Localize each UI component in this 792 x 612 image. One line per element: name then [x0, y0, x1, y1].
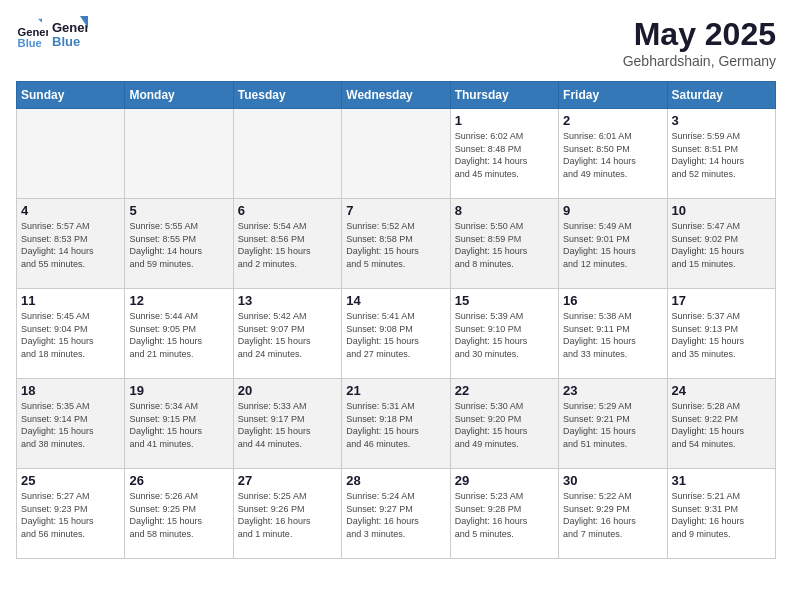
calendar-day-cell: 23Sunrise: 5:29 AM Sunset: 9:21 PM Dayli… [559, 379, 667, 469]
day-info: Sunrise: 5:42 AM Sunset: 9:07 PM Dayligh… [238, 310, 337, 360]
day-header-saturday: Saturday [667, 82, 775, 109]
day-number: 1 [455, 113, 554, 128]
calendar-day-cell: 27Sunrise: 5:25 AM Sunset: 9:26 PM Dayli… [233, 469, 341, 559]
day-info: Sunrise: 5:44 AM Sunset: 9:05 PM Dayligh… [129, 310, 228, 360]
day-info: Sunrise: 5:25 AM Sunset: 9:26 PM Dayligh… [238, 490, 337, 540]
day-info: Sunrise: 5:37 AM Sunset: 9:13 PM Dayligh… [672, 310, 771, 360]
calendar-day-cell: 5Sunrise: 5:55 AM Sunset: 8:55 PM Daylig… [125, 199, 233, 289]
day-info: Sunrise: 5:22 AM Sunset: 9:29 PM Dayligh… [563, 490, 662, 540]
day-number: 25 [21, 473, 120, 488]
day-number: 4 [21, 203, 120, 218]
calendar-day-cell [17, 109, 125, 199]
day-number: 7 [346, 203, 445, 218]
day-number: 29 [455, 473, 554, 488]
day-number: 22 [455, 383, 554, 398]
location-subtitle: Gebhardshain, Germany [623, 53, 776, 69]
day-number: 28 [346, 473, 445, 488]
calendar-day-cell: 6Sunrise: 5:54 AM Sunset: 8:56 PM Daylig… [233, 199, 341, 289]
calendar-day-cell: 3Sunrise: 5:59 AM Sunset: 8:51 PM Daylig… [667, 109, 775, 199]
calendar-header-row: SundayMondayTuesdayWednesdayThursdayFrid… [17, 82, 776, 109]
day-number: 31 [672, 473, 771, 488]
calendar-day-cell: 2Sunrise: 6:01 AM Sunset: 8:50 PM Daylig… [559, 109, 667, 199]
day-number: 16 [563, 293, 662, 308]
svg-text:Blue: Blue [52, 34, 80, 49]
day-number: 3 [672, 113, 771, 128]
calendar-day-cell: 1Sunrise: 6:02 AM Sunset: 8:48 PM Daylig… [450, 109, 558, 199]
calendar-day-cell: 17Sunrise: 5:37 AM Sunset: 9:13 PM Dayli… [667, 289, 775, 379]
calendar-day-cell [233, 109, 341, 199]
calendar-day-cell: 28Sunrise: 5:24 AM Sunset: 9:27 PM Dayli… [342, 469, 450, 559]
calendar-day-cell: 18Sunrise: 5:35 AM Sunset: 9:14 PM Dayli… [17, 379, 125, 469]
day-number: 2 [563, 113, 662, 128]
day-info: Sunrise: 5:27 AM Sunset: 9:23 PM Dayligh… [21, 490, 120, 540]
svg-text:General: General [18, 26, 48, 38]
day-info: Sunrise: 5:49 AM Sunset: 9:01 PM Dayligh… [563, 220, 662, 270]
title-block: May 2025 Gebhardshain, Germany [623, 16, 776, 69]
day-info: Sunrise: 5:55 AM Sunset: 8:55 PM Dayligh… [129, 220, 228, 270]
calendar-day-cell: 10Sunrise: 5:47 AM Sunset: 9:02 PM Dayli… [667, 199, 775, 289]
day-info: Sunrise: 5:38 AM Sunset: 9:11 PM Dayligh… [563, 310, 662, 360]
day-info: Sunrise: 5:57 AM Sunset: 8:53 PM Dayligh… [21, 220, 120, 270]
day-info: Sunrise: 5:31 AM Sunset: 9:18 PM Dayligh… [346, 400, 445, 450]
calendar-day-cell [125, 109, 233, 199]
calendar-day-cell: 13Sunrise: 5:42 AM Sunset: 9:07 PM Dayli… [233, 289, 341, 379]
calendar-table: SundayMondayTuesdayWednesdayThursdayFrid… [16, 81, 776, 559]
calendar-day-cell: 16Sunrise: 5:38 AM Sunset: 9:11 PM Dayli… [559, 289, 667, 379]
day-number: 21 [346, 383, 445, 398]
day-number: 9 [563, 203, 662, 218]
day-info: Sunrise: 5:30 AM Sunset: 9:20 PM Dayligh… [455, 400, 554, 450]
day-header-friday: Friday [559, 82, 667, 109]
day-number: 18 [21, 383, 120, 398]
day-info: Sunrise: 5:26 AM Sunset: 9:25 PM Dayligh… [129, 490, 228, 540]
calendar-day-cell: 20Sunrise: 5:33 AM Sunset: 9:17 PM Dayli… [233, 379, 341, 469]
day-info: Sunrise: 5:29 AM Sunset: 9:21 PM Dayligh… [563, 400, 662, 450]
day-number: 11 [21, 293, 120, 308]
calendar-week-row: 25Sunrise: 5:27 AM Sunset: 9:23 PM Dayli… [17, 469, 776, 559]
day-info: Sunrise: 5:45 AM Sunset: 9:04 PM Dayligh… [21, 310, 120, 360]
day-header-thursday: Thursday [450, 82, 558, 109]
day-info: Sunrise: 5:52 AM Sunset: 8:58 PM Dayligh… [346, 220, 445, 270]
day-number: 15 [455, 293, 554, 308]
day-number: 14 [346, 293, 445, 308]
day-number: 24 [672, 383, 771, 398]
day-number: 17 [672, 293, 771, 308]
day-info: Sunrise: 6:01 AM Sunset: 8:50 PM Dayligh… [563, 130, 662, 180]
day-info: Sunrise: 5:59 AM Sunset: 8:51 PM Dayligh… [672, 130, 771, 180]
day-info: Sunrise: 5:39 AM Sunset: 9:10 PM Dayligh… [455, 310, 554, 360]
calendar-day-cell: 7Sunrise: 5:52 AM Sunset: 8:58 PM Daylig… [342, 199, 450, 289]
day-number: 10 [672, 203, 771, 218]
day-info: Sunrise: 5:47 AM Sunset: 9:02 PM Dayligh… [672, 220, 771, 270]
calendar-day-cell: 9Sunrise: 5:49 AM Sunset: 9:01 PM Daylig… [559, 199, 667, 289]
day-info: Sunrise: 5:21 AM Sunset: 9:31 PM Dayligh… [672, 490, 771, 540]
calendar-day-cell: 19Sunrise: 5:34 AM Sunset: 9:15 PM Dayli… [125, 379, 233, 469]
day-number: 5 [129, 203, 228, 218]
day-number: 30 [563, 473, 662, 488]
calendar-day-cell: 31Sunrise: 5:21 AM Sunset: 9:31 PM Dayli… [667, 469, 775, 559]
logo-svg: General Blue [52, 16, 88, 52]
calendar-day-cell: 14Sunrise: 5:41 AM Sunset: 9:08 PM Dayli… [342, 289, 450, 379]
calendar-day-cell: 25Sunrise: 5:27 AM Sunset: 9:23 PM Dayli… [17, 469, 125, 559]
calendar-day-cell: 8Sunrise: 5:50 AM Sunset: 8:59 PM Daylig… [450, 199, 558, 289]
calendar-week-row: 18Sunrise: 5:35 AM Sunset: 9:14 PM Dayli… [17, 379, 776, 469]
svg-marker-2 [38, 19, 42, 23]
day-info: Sunrise: 5:28 AM Sunset: 9:22 PM Dayligh… [672, 400, 771, 450]
calendar-day-cell: 11Sunrise: 5:45 AM Sunset: 9:04 PM Dayli… [17, 289, 125, 379]
day-header-wednesday: Wednesday [342, 82, 450, 109]
day-info: Sunrise: 5:34 AM Sunset: 9:15 PM Dayligh… [129, 400, 228, 450]
day-info: Sunrise: 5:35 AM Sunset: 9:14 PM Dayligh… [21, 400, 120, 450]
day-number: 13 [238, 293, 337, 308]
day-info: Sunrise: 6:02 AM Sunset: 8:48 PM Dayligh… [455, 130, 554, 180]
day-info: Sunrise: 5:41 AM Sunset: 9:08 PM Dayligh… [346, 310, 445, 360]
day-header-tuesday: Tuesday [233, 82, 341, 109]
svg-text:Blue: Blue [18, 37, 42, 49]
day-number: 27 [238, 473, 337, 488]
day-info: Sunrise: 5:33 AM Sunset: 9:17 PM Dayligh… [238, 400, 337, 450]
day-number: 20 [238, 383, 337, 398]
svg-text:General: General [52, 20, 88, 35]
day-number: 23 [563, 383, 662, 398]
day-info: Sunrise: 5:54 AM Sunset: 8:56 PM Dayligh… [238, 220, 337, 270]
day-number: 8 [455, 203, 554, 218]
day-header-monday: Monday [125, 82, 233, 109]
calendar-day-cell [342, 109, 450, 199]
calendar-day-cell: 30Sunrise: 5:22 AM Sunset: 9:29 PM Dayli… [559, 469, 667, 559]
